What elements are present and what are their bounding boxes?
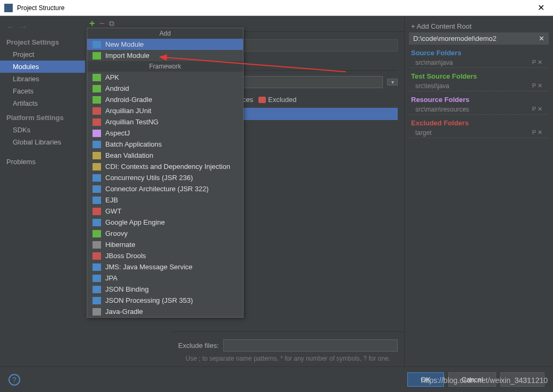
- popup-item-framework[interactable]: Concurrency Utils (JSR 236): [87, 172, 243, 183]
- framework-icon: [93, 297, 101, 304]
- framework-icon: [93, 130, 101, 137]
- sidebar-item-libraries[interactable]: Libraries: [0, 73, 85, 85]
- framework-icon: [93, 208, 101, 215]
- remove-folder-icon[interactable]: ✕: [538, 106, 542, 112]
- popup-item-framework[interactable]: Bean Validation: [87, 150, 243, 161]
- folder-group-title: Test Source Folders: [409, 71, 549, 81]
- copy-icon[interactable]: ⧉: [109, 19, 114, 28]
- edit-icon[interactable]: P: [532, 59, 536, 65]
- folder-icon: [93, 41, 101, 48]
- popup-item-framework[interactable]: Android: [87, 83, 243, 94]
- popup-item-framework[interactable]: APK: [87, 72, 243, 83]
- section-project-settings: Project Settings: [0, 34, 85, 48]
- framework-icon: [93, 163, 101, 171]
- content-root-header: D:\code\moremodel\demo2 ✕: [409, 32, 549, 45]
- sidebar-item-problems[interactable]: Problems: [0, 156, 85, 168]
- remove-folder-icon[interactable]: ✕: [538, 59, 542, 65]
- exclude-hint: Use ; to separate name patterns, * for a…: [178, 355, 398, 362]
- popup-item-framework[interactable]: JSON Binding: [87, 284, 243, 295]
- popup-item-framework[interactable]: Arquillian JUnit: [87, 105, 243, 116]
- folder-path[interactable]: targetP ✕: [409, 128, 549, 138]
- popup-item-new-module[interactable]: New Module: [87, 39, 243, 50]
- close-icon[interactable]: ✕: [533, 3, 549, 13]
- folder-group-title: Source Folders: [409, 48, 549, 58]
- sidebar-item-project[interactable]: Project: [0, 48, 85, 61]
- close-root-icon[interactable]: ✕: [539, 35, 544, 42]
- sidebar: ← → Project Settings Project Modules Lib…: [0, 16, 85, 367]
- edit-icon[interactable]: P: [532, 129, 536, 135]
- framework-icon: [93, 286, 101, 293]
- popup-item-import-module[interactable]: Import Module: [87, 50, 243, 61]
- sidebar-item-sdks[interactable]: SDKs: [0, 124, 85, 136]
- remove-folder-icon[interactable]: ✕: [538, 129, 542, 135]
- window-title: Project Structure: [17, 4, 533, 12]
- framework-icon: [93, 275, 101, 282]
- framework-icon: [93, 74, 101, 81]
- framework-icon: [93, 230, 101, 237]
- framework-icon: [93, 241, 101, 249]
- popup-item-framework[interactable]: JPA: [87, 272, 243, 284]
- section-platform-settings: Platform Settings: [0, 109, 85, 124]
- watermark: https://blog.csdn.net/weixin_34311210: [421, 376, 548, 385]
- framework-icon: [93, 96, 101, 104]
- framework-icon: [93, 118, 101, 126]
- folder-group-title: Resource Folders: [409, 95, 549, 105]
- popup-item-framework[interactable]: CDI: Contexts and Dependency Injection: [87, 161, 243, 172]
- folder-path[interactable]: src\main\javaP ✕: [409, 58, 549, 68]
- import-icon: [93, 52, 101, 59]
- folder-group-title: Excluded Folders: [409, 118, 549, 128]
- popup-item-framework[interactable]: EJB: [87, 194, 243, 206]
- chevron-down-icon[interactable]: ▾: [387, 79, 398, 86]
- nav-arrows: ← →: [0, 20, 85, 34]
- framework-icon: [93, 141, 101, 148]
- sidebar-item-artifacts[interactable]: Artifacts: [0, 97, 85, 109]
- popup-header-add: Add: [87, 28, 243, 39]
- folder-path[interactable]: src\main\resourcesP ✕: [409, 105, 549, 115]
- forward-icon[interactable]: →: [19, 22, 28, 32]
- titlebar: Project Structure ✕: [0, 0, 553, 16]
- app-icon: [4, 4, 13, 12]
- framework-icon: [93, 308, 101, 316]
- edit-icon[interactable]: P: [532, 82, 536, 89]
- popup-item-framework[interactable]: Batch Applications: [87, 139, 243, 150]
- edit-icon[interactable]: P: [532, 106, 536, 112]
- sidebar-item-facets[interactable]: Facets: [0, 85, 85, 97]
- exclude-input[interactable]: [223, 339, 398, 352]
- exclude-label: Exclude files:: [178, 342, 219, 350]
- framework-icon: [93, 152, 101, 159]
- content-roots-panel: + Add Content Root D:\code\moremodel\dem…: [404, 16, 553, 367]
- framework-icon: [93, 197, 101, 204]
- framework-icon: [93, 174, 101, 182]
- popup-item-framework[interactable]: Connector Architecture (JSR 322): [87, 183, 243, 194]
- add-content-root-button[interactable]: + Add Content Root: [409, 20, 549, 32]
- framework-icon: [93, 252, 101, 260]
- folder-path[interactable]: src\test\javaP ✕: [409, 81, 549, 91]
- popup-item-framework[interactable]: JBoss Drools: [87, 250, 243, 261]
- framework-icon: [93, 263, 101, 271]
- help-icon[interactable]: ?: [9, 374, 20, 386]
- add-popup: Add New Module Import Module Framework A…: [87, 28, 244, 318]
- popup-item-framework[interactable]: Google App Engine: [87, 217, 243, 228]
- back-icon[interactable]: ←: [6, 22, 15, 32]
- popup-item-framework[interactable]: Groovy: [87, 228, 243, 239]
- popup-item-framework[interactable]: Arquillian TestNG: [87, 116, 243, 127]
- popup-item-framework[interactable]: Android-Gradle: [87, 94, 243, 105]
- popup-item-framework[interactable]: AspectJ: [87, 127, 243, 139]
- framework-icon: [93, 85, 101, 92]
- excluded-icon: [258, 97, 266, 103]
- remove-folder-icon[interactable]: ✕: [538, 82, 542, 89]
- sidebar-item-modules[interactable]: Modules: [0, 61, 85, 73]
- framework-icon: [93, 219, 101, 226]
- sidebar-item-global-libraries[interactable]: Global Libraries: [0, 136, 85, 148]
- popup-header-framework: Framework: [87, 61, 243, 72]
- framework-icon: [93, 107, 101, 115]
- framework-icon: [93, 185, 101, 193]
- popup-item-framework[interactable]: Java-Gradle: [87, 306, 243, 317]
- popup-item-framework[interactable]: JMS: Java Message Service: [87, 261, 243, 272]
- popup-item-framework[interactable]: JSON Processing (JSR 353): [87, 295, 243, 306]
- popup-item-framework[interactable]: GWT: [87, 206, 243, 217]
- popup-item-framework[interactable]: Hibernate: [87, 239, 243, 250]
